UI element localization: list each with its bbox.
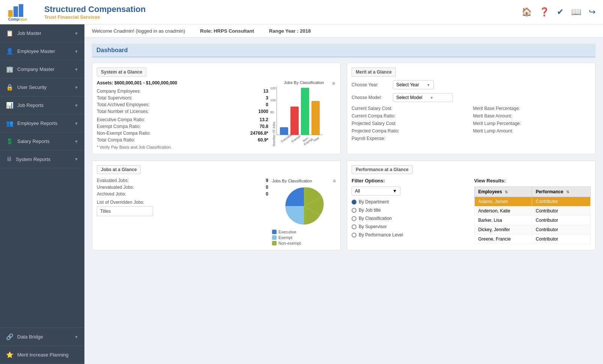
exit-icon[interactable]: ↪ — [589, 7, 595, 17]
stat-note: * Verify Pay Basis and Job Classificatio… — [97, 145, 268, 149]
x-label-executive: Executive — [280, 136, 291, 146]
radio-label-perf-level: By Performance Level — [359, 232, 403, 238]
stat-label: Total Number of Licenses: — [97, 109, 149, 114]
radio-label-job-title: By Job title — [359, 208, 381, 213]
sidebar-item-job-master[interactable]: 📋 Job Master ▼ — [0, 24, 84, 42]
sidebar-item-employee-reports[interactable]: 👥 Employee Reports ▼ — [0, 114, 84, 132]
radio-circle-classification — [352, 216, 356, 221]
sidebar-label-system-reports: System Reports — [16, 156, 50, 162]
view-results-panel: View Results: Employees ⇅ — [474, 178, 591, 244]
dashboard: Dashboard System at a Glance Assets: $60… — [84, 38, 603, 262]
stat-value: 13 — [263, 89, 268, 94]
filter-all-dropdown[interactable]: All ▼ — [352, 187, 400, 196]
app-title: Structured Compensation — [44, 5, 522, 14]
stat-label: Total Supervisors: — [97, 95, 132, 101]
role-label: Role: — [200, 28, 212, 34]
choose-model-label: Choose Model: — [352, 95, 393, 100]
user-security-icon: 🔒 — [6, 84, 14, 91]
radio-label-classification: By Classification — [359, 216, 392, 221]
sidebar-item-company-master[interactable]: 🏢 Company Master ▼ — [0, 60, 84, 78]
spell-check-icon[interactable]: ✔ — [557, 7, 564, 17]
chevron-icon: ▼ — [74, 157, 78, 161]
home-icon[interactable]: 🏠 — [522, 7, 532, 17]
table-row[interactable]: Dickey, Jennifer Contributor — [474, 225, 591, 235]
stat-value: 3 — [266, 95, 268, 101]
sidebar-label-job-master: Job Master — [17, 30, 41, 36]
system-reports-icon: 🖥 — [6, 156, 12, 162]
legend-nonexempt: Non-exempt — [272, 241, 301, 245]
app-header: Comp ease Structured Compensation Trust … — [0, 0, 603, 24]
radio-label-supervisor: By Supervisor — [359, 224, 387, 229]
stat-value: 60.9* — [258, 137, 268, 143]
svg-rect-1 — [14, 6, 18, 17]
system-glance-content: Assets: $600,000,001 - $1,000,000,000 Co… — [97, 80, 336, 149]
table-row[interactable]: Anderson, Katie Contributor — [474, 206, 591, 216]
stat-company-employees: Company Employees: 13 — [97, 89, 268, 94]
pie-chart-menu-icon[interactable]: ≡ — [333, 178, 336, 184]
svg-text:Comp: Comp — [8, 17, 19, 21]
table-row[interactable]: Barker, Lisa Contributor — [474, 216, 591, 225]
stat-value: 0 — [266, 185, 268, 190]
jobs-stats: Evaluated Jobs: 9 Unevaluated Jobs: 0 Ar… — [97, 178, 268, 245]
bar-total — [311, 101, 320, 135]
stat-total-compa: Total Compa Ratio: 60.9* — [97, 137, 268, 143]
overridden-label: List of Overridden Jobs: — [97, 200, 268, 205]
legend-label-executive: Executive — [278, 230, 296, 234]
stat-value: 13.2 — [260, 117, 268, 122]
book-icon[interactable]: 📖 — [571, 7, 581, 17]
payroll-expense-label: Payroll Expense: — [352, 136, 469, 141]
employee-name: Dickey, Jennifer — [474, 225, 532, 235]
job-reports-icon: 📊 — [6, 102, 14, 109]
performance-glance-card: Performance at a Glance Filter Options: … — [347, 160, 595, 250]
pie-legend: Executive Exempt Non-exempt — [272, 230, 336, 245]
payroll-placeholder — [473, 136, 591, 141]
stat-evaluated: Evaluated Jobs: 9 — [97, 178, 268, 183]
select-year-dropdown[interactable]: Select Year ▼ — [393, 80, 434, 89]
top-cards-row: System at a Glance Assets: $600,000,001 … — [92, 63, 595, 154]
sidebar-item-data-bridge[interactable]: 🔗 Data Bridge ▼ — [0, 328, 84, 346]
sidebar-item-system-reports[interactable]: 🖥 System Reports ▼ — [0, 150, 84, 168]
bar-chart-title: Jobs By Classification — [272, 80, 336, 85]
radio-by-job-title[interactable]: By Job title — [352, 208, 468, 213]
y-axis-label: Number Of Jobs — [272, 86, 276, 146]
range-value: 2018 — [300, 28, 311, 34]
stat-label: Executive Compa Ratio: — [97, 117, 145, 122]
chart-menu-icon[interactable]: ≡ — [332, 80, 335, 86]
sidebar-item-left: 🔒 User Security — [6, 84, 47, 91]
performance-value: Contributor — [532, 235, 590, 244]
choose-year-row: Choose Year: Select Year ▼ — [352, 80, 591, 89]
pie-chart-title: Jobs By Classification — [272, 179, 312, 183]
col-employees[interactable]: Employees ⇅ — [474, 187, 532, 197]
col-performance[interactable]: Performance ⇅ — [532, 187, 590, 197]
sidebar-item-job-reports[interactable]: 📊 Job Reports ▼ — [0, 96, 84, 114]
filter-all-value: All — [355, 188, 360, 194]
performance-value: Contributor — [532, 225, 590, 235]
radio-by-department[interactable]: By Department — [352, 199, 468, 205]
sidebar-item-left: 📊 Job Reports — [6, 102, 44, 109]
radio-by-supervisor[interactable]: By Supervisor — [352, 224, 468, 229]
pie-chart — [283, 185, 325, 227]
sidebar-label-salary-reports: Salary Reports — [17, 138, 50, 144]
topbar: Welcome Cnadmin! (logged in as cnadmin) … — [84, 24, 603, 38]
table-row[interactable]: Greene, Francie Contributor — [474, 235, 591, 244]
radio-by-classification[interactable]: By Classification — [352, 216, 468, 221]
stat-value: 24766.8* — [250, 131, 268, 136]
merit-planning-icon: ⭐ — [6, 351, 14, 358]
help-icon[interactable]: ❓ — [539, 7, 549, 17]
stat-value: 1000 — [258, 109, 268, 114]
employee-name: Adams, James — [474, 197, 532, 206]
radio-by-performance-level[interactable]: By Performance Level — [352, 232, 468, 238]
sidebar-item-user-security[interactable]: 🔒 User Security ▼ — [0, 78, 84, 96]
sidebar-item-employee-master[interactable]: 👤 Employee Master ▼ — [0, 42, 84, 60]
select-model-dropdown[interactable]: Select Model ▼ — [393, 93, 453, 102]
performance-value: Contributor — [532, 216, 590, 225]
sidebar-item-merit-planning[interactable]: ⭐ Merit Increase Planning — [0, 346, 84, 364]
col-employees-label: Employees — [478, 189, 502, 194]
sidebar-item-left: 🔗 Data Bridge — [6, 333, 43, 340]
sidebar-item-salary-reports[interactable]: 💲 Salary Reports ▼ — [0, 132, 84, 150]
table-row[interactable]: Adams, James Contributor — [474, 197, 591, 206]
sidebar-label-user-security: User Security — [17, 84, 47, 90]
radio-circle-perf-level — [352, 233, 356, 238]
legend-dot-nonexempt — [272, 241, 277, 245]
logo-area: Comp ease — [8, 3, 33, 21]
